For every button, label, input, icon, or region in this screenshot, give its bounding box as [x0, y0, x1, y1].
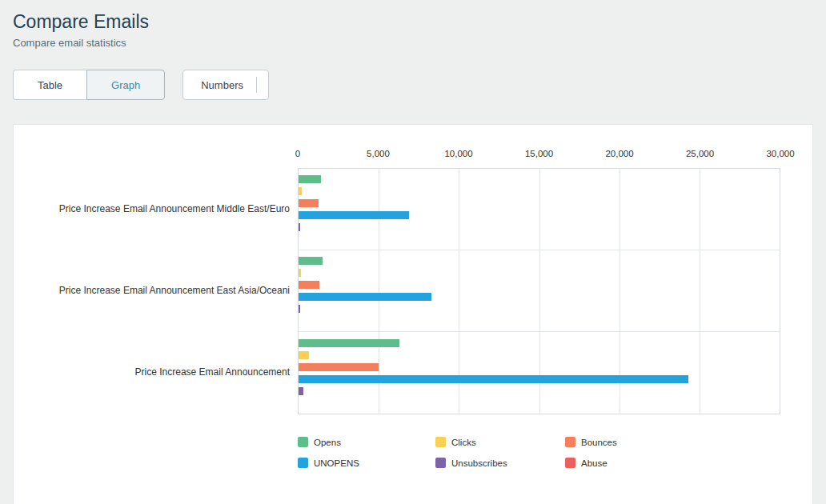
legend-item-abuse: Abuse	[565, 458, 695, 468]
legend-label: Clicks	[451, 438, 476, 447]
category-row	[299, 250, 780, 332]
legend-swatch-unopens	[298, 458, 308, 468]
page-title: Compare Emails	[13, 11, 813, 33]
bar-unsubscribes	[299, 387, 303, 395]
bar-clicks	[299, 269, 301, 277]
x-tick-label: 30,000	[766, 149, 794, 158]
bar-bounces	[299, 281, 319, 289]
legend-label: Opens	[314, 438, 341, 447]
bar-unopens	[299, 375, 688, 383]
x-tick-label: 20,000	[605, 149, 633, 158]
x-tick-label: 5,000	[367, 149, 390, 158]
category-row	[299, 332, 780, 414]
legend-swatch-opens	[298, 437, 308, 447]
chart-card: 05,00010,00015,00020,00025,00030,000 Pri…	[13, 124, 813, 504]
bar-clicks	[299, 187, 302, 195]
category-label: Price Increase Email Announcement Middle…	[33, 168, 298, 250]
bar-unsubscribes	[299, 223, 300, 231]
x-tick-label: 10,000	[444, 149, 472, 158]
chart-legend: OpensClicksBouncesUNOPENSUnsubscribesAbu…	[298, 437, 780, 468]
legend-label: Abuse	[581, 458, 607, 468]
y-axis-labels: Price Increase Email Announcement Middle…	[33, 168, 298, 414]
legend-item-bounces: Bounces	[565, 437, 695, 447]
bar-unopens	[299, 293, 431, 301]
numbers-button-label: Numbers	[201, 79, 243, 91]
legend-item-clicks: Clicks	[435, 437, 565, 447]
axis-spacer	[33, 149, 298, 168]
legend-item-opens: Opens	[298, 437, 435, 447]
bar-bounces	[299, 363, 379, 371]
bar-opens	[299, 339, 399, 347]
page-subtitle: Compare email statistics	[13, 37, 813, 49]
plot-area	[298, 168, 780, 414]
graph-tab-button[interactable]: Graph	[86, 70, 165, 100]
category-label: Price Increase Email Announcement	[33, 331, 298, 413]
legend-label: UNOPENS	[314, 458, 359, 468]
bar-clicks	[299, 351, 309, 359]
category-label: Price Increase Email Announcement East A…	[33, 250, 298, 331]
view-toolbar: Table Graph Numbers	[13, 70, 813, 100]
page-header: Compare Emails Compare email statistics	[13, 11, 813, 49]
bar-opens	[299, 175, 321, 183]
legend-label: Bounces	[581, 438, 617, 447]
bar-opens	[299, 257, 323, 265]
compare-emails-page: Compare Emails Compare email statistics …	[0, 0, 826, 504]
legend-swatch-unsubscribes	[435, 458, 446, 468]
bar-bounces	[299, 199, 319, 207]
legend-item-unopens: UNOPENS	[298, 458, 435, 468]
legend-swatch-bounces	[565, 437, 575, 447]
bar-unsubscribes	[299, 305, 300, 313]
x-axis: 05,00010,00015,00020,00025,00030,000	[298, 149, 780, 168]
legend-swatch-clicks	[435, 437, 446, 447]
numbers-button-divider	[256, 77, 257, 93]
legend-spacer	[33, 414, 298, 468]
x-tick-label: 25,000	[686, 149, 714, 158]
category-row	[299, 169, 780, 250]
compare-emails-chart: 05,00010,00015,00020,00025,00030,000 Pri…	[33, 149, 780, 468]
table-tab-button[interactable]: Table	[13, 70, 86, 100]
view-toggle-group: Table Graph	[13, 70, 165, 100]
legend-item-unsubscribes: Unsubscribes	[435, 458, 565, 468]
legend-swatch-abuse	[565, 458, 575, 468]
x-tick-label: 0	[295, 149, 300, 158]
x-tick-label: 15,000	[525, 149, 553, 158]
numbers-button[interactable]: Numbers	[182, 70, 269, 100]
legend-label: Unsubscribes	[451, 458, 507, 468]
bar-unopens	[299, 211, 409, 219]
